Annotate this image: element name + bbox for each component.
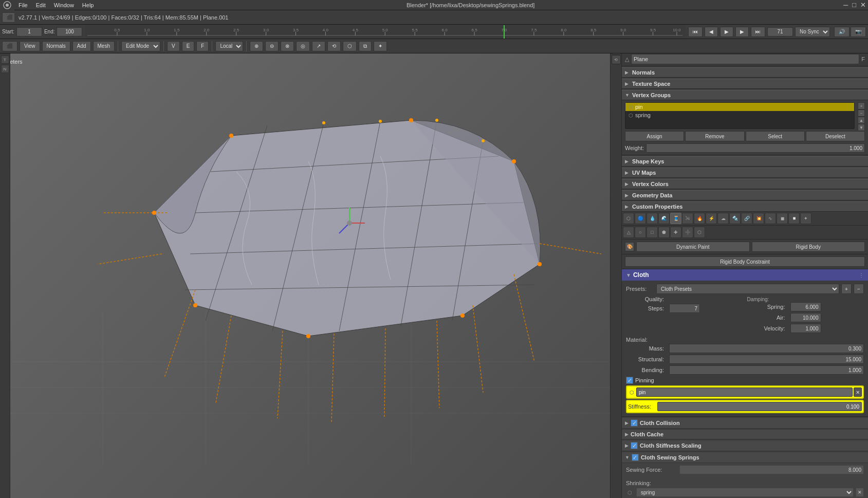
phys-icon1[interactable]: ⬡	[623, 213, 634, 224]
cloth-sewing-header[interactable]: ▼ ✓ Cloth Sewing Springs	[622, 452, 868, 463]
phys-icon23[interactable]: ⬡	[694, 227, 705, 238]
pin-field[interactable]	[636, 388, 853, 397]
far-right-btn4[interactable]: ⟲	[612, 55, 621, 64]
vg-spring-item[interactable]: ⬡ spring	[625, 111, 854, 119]
phys-icon11[interactable]: 🔗	[741, 213, 752, 224]
menu-window[interactable]: Window	[50, 0, 78, 10]
vg-remove-btn[interactable]: −	[858, 109, 865, 117]
start-field[interactable]: 1	[16, 27, 42, 36]
phys-icon9[interactable]: ☁	[717, 213, 729, 224]
deselect-btn[interactable]: Deselect	[806, 131, 865, 141]
close-icon[interactable]: ✕	[860, 1, 866, 9]
menu-help[interactable]: Help	[78, 0, 98, 10]
editor-type-btn2[interactable]: ⬛	[2, 41, 17, 51]
render-btn[interactable]: 📷	[851, 27, 866, 37]
remove-btn[interactable]: Remove	[685, 131, 744, 141]
custom-props-section-header[interactable]: ▶ Custom Properties	[622, 201, 868, 212]
mass-field[interactable]: 0.300	[669, 344, 864, 353]
minimize-icon[interactable]: ─	[843, 1, 848, 9]
timeline-ruler[interactable]: 0.5 1.0 1.5 2.0 2.5 3.0 3.5 4.0	[85, 25, 685, 39]
assign-btn[interactable]: Assign	[625, 131, 684, 141]
vg-down-btn[interactable]: ▼	[858, 124, 865, 131]
texture-space-section-header[interactable]: ▶ Texture Space	[622, 79, 868, 89]
cloth-stiffness-header[interactable]: ▶ ✓ Cloth Stiffness Scaling	[622, 440, 868, 451]
pivot-select2[interactable]: Local	[215, 41, 243, 51]
left-tool2[interactable]: N	[1, 65, 9, 73]
air-field[interactable]: 10.000	[790, 313, 821, 322]
rigid-body-constraint-btn[interactable]: Rigid Body Constraint	[625, 256, 865, 267]
current-frame-field[interactable]: 71	[767, 27, 793, 36]
tool-btn9[interactable]: ✦	[374, 41, 387, 51]
tool-btn6[interactable]: ⟲	[327, 41, 341, 51]
phys-icon7[interactable]: 🔥	[694, 213, 705, 224]
phys-icon20[interactable]: ⬟	[658, 227, 670, 238]
stiffness-field[interactable]: 0.100	[657, 402, 862, 411]
weight-field[interactable]: 1.000	[646, 143, 865, 153]
end-field[interactable]: 100	[57, 27, 82, 36]
uv-maps-section-header[interactable]: ▶ UV Maps	[622, 168, 868, 178]
tool-btn7[interactable]: ⬡	[343, 41, 357, 51]
vg-pin-item[interactable]: ⬡ pin	[625, 103, 854, 111]
play-btn[interactable]: ▶	[720, 27, 733, 37]
phys-icon6[interactable]: 🌬	[682, 213, 693, 224]
paint-icon[interactable]: 🎨	[625, 242, 634, 251]
fake-user-btn[interactable]: F	[861, 56, 865, 62]
cloth-section-header[interactable]: ▼ Cloth ⋮	[622, 269, 868, 281]
left-tool1[interactable]: T	[1, 56, 9, 64]
shrink-select[interactable]: spring	[636, 488, 854, 497]
tool-btn1[interactable]: ⊕	[250, 41, 263, 51]
jump-start-btn[interactable]: ⏮	[688, 27, 703, 37]
cloth-collision-header[interactable]: ▶ ✓ Cloth Collision	[622, 418, 868, 429]
tool-btn5[interactable]: ↗	[312, 41, 325, 51]
phys-icon17[interactable]: △	[623, 227, 634, 238]
edge-select-btn[interactable]: E	[182, 41, 195, 51]
velocity-field[interactable]: 1.000	[790, 324, 821, 333]
menu-file[interactable]: File	[14, 0, 32, 10]
phys-icon19[interactable]: □	[647, 227, 658, 238]
mesh-btn2[interactable]: Mesh	[93, 41, 115, 51]
geometry-data-section-header[interactable]: ▶ Geometry Data	[622, 190, 868, 200]
tool-btn3[interactable]: ⊗	[281, 41, 294, 51]
mesh-name-input[interactable]	[631, 54, 859, 64]
spring-field[interactable]: 6.000	[790, 302, 821, 311]
cloth-stiffness-toggle[interactable]: ✓	[631, 442, 638, 449]
phys-icon14[interactable]: ◼	[777, 213, 788, 224]
dynamic-paint-btn[interactable]: Dynamic Paint	[636, 242, 750, 252]
viewport[interactable]: Meters	[0, 53, 622, 498]
tool-btn4[interactable]: ◎	[296, 41, 310, 51]
cloth-collision-toggle[interactable]: ✓	[631, 419, 638, 427]
select-btn2[interactable]: Normals	[42, 41, 70, 51]
prev-frame-btn[interactable]: ◀	[705, 27, 718, 37]
phys-icon3[interactable]: 💧	[647, 213, 658, 224]
steps-field[interactable]: 7	[669, 304, 700, 313]
maximize-icon[interactable]: □	[852, 1, 856, 9]
vertex-groups-section-header[interactable]: ▼ Vertex Groups	[622, 90, 868, 100]
phys-icon15[interactable]: ◽	[788, 213, 800, 224]
vertex-select-btn[interactable]: V	[167, 41, 180, 51]
next-frame-btn[interactable]: ▶	[735, 27, 749, 37]
select-btn[interactable]: Select	[746, 131, 805, 141]
cloth-sewing-toggle[interactable]: ✓	[632, 454, 639, 461]
structural-field[interactable]: 15.000	[669, 355, 864, 364]
mode-select2[interactable]: Edit Mode	[121, 41, 160, 51]
phys-icon21[interactable]: ✚	[670, 227, 681, 238]
cloth-options-icon[interactable]: ⋮	[859, 272, 864, 278]
cloth-cache-header[interactable]: ▶ Cloth Cache	[622, 430, 868, 439]
bending-field[interactable]: 1.000	[669, 365, 864, 375]
menu-edit[interactable]: Edit	[32, 0, 50, 10]
face-select-btn[interactable]: F	[196, 41, 209, 51]
vg-add-btn[interactable]: +	[858, 102, 865, 109]
preset-remove-btn[interactable]: −	[854, 284, 864, 294]
phys-icon2[interactable]: 🔵	[635, 213, 646, 224]
sewing-force-field[interactable]: 8.000	[679, 465, 864, 474]
jump-end-btn[interactable]: ⏭	[751, 27, 765, 37]
sync-mode-select[interactable]: No Sync	[795, 27, 830, 37]
phys-icon10[interactable]: 🔩	[729, 213, 741, 224]
phys-icon18[interactable]: ○	[635, 227, 646, 238]
pin-clear-btn[interactable]: ✕	[854, 388, 862, 397]
normals-section-header[interactable]: ▶ Normals	[622, 67, 868, 78]
phys-icon4[interactable]: 🌊	[658, 213, 670, 224]
audio-btn[interactable]: 🔊	[834, 27, 849, 37]
phys-icon16[interactable]: ✦	[800, 213, 811, 224]
phys-icon22[interactable]: ➕	[682, 227, 693, 238]
